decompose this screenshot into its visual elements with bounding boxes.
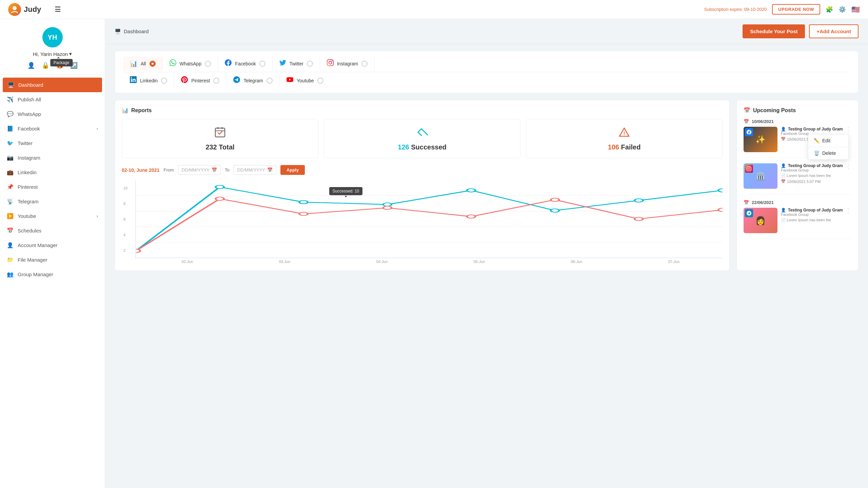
svg-point-0 — [13, 6, 17, 10]
sidebar-item-facebook[interactable]: 📘 Facebook › — [0, 121, 105, 136]
chart-container — [135, 180, 723, 258]
settings-icon[interactable]: ⚙️ — [839, 6, 846, 13]
dropdown-delete-1[interactable]: 🗑️ Delete — [808, 147, 848, 159]
sidebar-item-dashboard[interactable]: 🖥️ Dashboard — [3, 78, 102, 92]
post-text-icon-3: 📄 — [781, 218, 786, 222]
post-group-2: Facebook Group — [781, 168, 851, 172]
sidebar-item-pinterest[interactable]: 📌 Pinterest — [0, 180, 105, 194]
filter-linkedin[interactable]: Linkedin — [123, 74, 174, 87]
stat-success-value: 126 Successed — [331, 143, 513, 151]
filter-twitter-radio[interactable] — [307, 61, 313, 67]
svg-point-15 — [136, 249, 140, 252]
edit-icon: ✏️ — [814, 138, 820, 143]
post-group-3: Facebook Group — [781, 212, 851, 217]
sidebar-item-youtube[interactable]: ▶️ Youtube › — [0, 209, 105, 223]
post-menu-button-2[interactable]: ⋮ — [845, 163, 851, 169]
top-navigation: Judy ☰ Subscription expire: 09-10-2020 U… — [0, 0, 868, 19]
post-menu-button-3[interactable]: ⋮ — [845, 208, 851, 214]
package-tooltip: Package — [50, 59, 73, 66]
x-label-02jun: 02-Jun — [182, 260, 193, 264]
post-author-3: 👤 Testing Group of Judy Gram — [781, 208, 851, 212]
filter-youtube-label: Youtube — [297, 78, 314, 83]
svg-point-11 — [467, 189, 475, 192]
hamburger-menu[interactable]: ☰ — [55, 5, 61, 14]
sidebar-item-whatsapp[interactable]: 💬 WhatsApp — [0, 107, 105, 121]
x-label-07jun: 07-Jun — [668, 260, 680, 264]
filter-instagram-icon — [327, 59, 334, 68]
date-to-input[interactable]: DD/MM/YYYY 📅 — [234, 165, 276, 175]
pinterest-icon: 📌 — [7, 184, 14, 190]
sidebar-label-group-manager: Group Manager — [18, 271, 53, 277]
reports-title: 📊 Reports — [122, 107, 723, 114]
filter-twitter[interactable]: Twitter — [273, 57, 320, 70]
reports-panel: 📊 Reports 232 Total — [115, 100, 730, 271]
sidebar-label-account-manager: Account Manager — [18, 242, 58, 248]
svg-text:!: ! — [624, 130, 625, 136]
svg-point-22 — [718, 208, 723, 211]
flag-icon[interactable]: 🇺🇸 — [851, 5, 860, 14]
filter-youtube-radio[interactable] — [317, 78, 323, 84]
filter-linkedin-radio[interactable] — [161, 78, 167, 84]
filter-telegram[interactable]: Telegram — [226, 74, 280, 87]
content-header: 🖥️ Dashboard Schedule Your Post +Add Acc… — [105, 19, 868, 44]
post-thumbnail-1: ✨ — [744, 127, 777, 152]
post-avatar-icon-2: 👤 — [781, 163, 786, 168]
filter-whatsapp[interactable]: WhatsApp — [163, 57, 218, 70]
filter-all-radio[interactable] — [150, 61, 156, 67]
puzzle-icon[interactable]: 🧩 — [826, 6, 833, 13]
post-text-3: 📄 Lorem Ipsum has been the — [781, 218, 851, 222]
post-author-2: 👤 Testing Group of Judy Gram — [781, 163, 851, 168]
filter-whatsapp-radio[interactable] — [205, 61, 211, 67]
post-text-2: 📄 Lorem Ipsum has been the — [781, 174, 851, 178]
sidebar-profile: YH Hi, Yarin Hazon ▾ 👤 🔒 🎁 ↗️ Package — [0, 19, 105, 75]
svg-point-21 — [635, 217, 643, 221]
sidebar-label-facebook: Facebook — [18, 126, 40, 131]
date-group-cal-icon: 📅 — [744, 119, 749, 124]
sidebar-item-instagram[interactable]: 📷 Instagram — [0, 150, 105, 165]
chart-wrapper: Successed: 10 — [135, 180, 723, 264]
sidebar-item-group-manager[interactable]: 👥 Group Manager — [0, 267, 105, 282]
delete-icon: 🗑️ — [814, 150, 820, 156]
filter-telegram-radio[interactable] — [267, 78, 273, 84]
post-thumbnail-2: 🏛️ — [744, 163, 777, 189]
filter-instagram[interactable]: Instagram — [320, 57, 375, 70]
sidebar-label-pinterest: Pinterest — [18, 184, 38, 190]
date-range-bar: 02-10, June 2021 From DD/MM/YYYY 📅 To DD… — [122, 165, 723, 175]
filter-pinterest[interactable]: Pinterest — [174, 74, 226, 87]
filter-facebook-label: Facebook — [235, 61, 256, 66]
schedule-post-button[interactable]: Schedule Your Post — [743, 24, 805, 38]
filter-youtube[interactable]: Youtube — [280, 74, 330, 87]
content-area: 🖥️ Dashboard Schedule Your Post +Add Acc… — [105, 19, 868, 488]
svg-point-9 — [299, 200, 308, 204]
post-info-3: 👤 Testing Group of Judy Gram Facebook Gr… — [781, 208, 851, 233]
filter-instagram-radio[interactable] — [361, 61, 368, 67]
post-time-2: 📅 10/06/2021 5:07 PM — [781, 179, 851, 184]
profile-user-icon[interactable]: 👤 — [27, 62, 35, 69]
upcoming-post-3: 👩 👤 Testing Group of Judy Gram Facebook … — [744, 208, 851, 239]
filter-facebook-radio[interactable] — [259, 61, 265, 67]
sidebar-item-file-manager[interactable]: 📁 File Manager — [0, 252, 105, 267]
instagram-icon: 📷 — [7, 155, 14, 161]
sidebar-item-linkedin[interactable]: 💼 Linkedin — [0, 165, 105, 180]
profile-name[interactable]: Hi, Yarin Hazon ▾ — [33, 51, 72, 57]
sidebar-item-publish-all[interactable]: ✈️ Publish All — [0, 92, 105, 107]
add-account-button[interactable]: +Add Account — [809, 24, 859, 38]
post-menu-button-1[interactable]: ⋮ — [845, 127, 851, 133]
date-from-input[interactable]: DD/MM/YYYY 📅 — [178, 165, 221, 175]
profile-lock-icon[interactable]: 🔒 — [42, 62, 49, 69]
sidebar-item-twitter[interactable]: 🐦 Twitter — [0, 136, 105, 150]
post-text-icon: 📄 — [781, 174, 786, 178]
filter-instagram-label: Instagram — [337, 61, 358, 66]
apply-button[interactable]: Apply — [280, 165, 305, 175]
sidebar-item-account-manager[interactable]: 👤 Account Manager — [0, 238, 105, 252]
filter-all[interactable]: 📊 All — [123, 57, 163, 70]
youtube-chevron-icon: › — [97, 214, 98, 219]
stat-total-icon — [129, 126, 311, 141]
dropdown-edit-1[interactable]: ✏️ Edit — [808, 135, 848, 147]
filter-facebook[interactable]: Facebook — [218, 57, 272, 70]
upgrade-button[interactable]: UPGRADE NOW — [772, 4, 820, 15]
breadcrumb-label: Dashboard — [124, 28, 149, 34]
filter-pinterest-radio[interactable] — [213, 78, 219, 84]
sidebar-item-schedules[interactable]: 📅 Schedules — [0, 223, 105, 238]
sidebar-item-telegram[interactable]: 📡 Telegram — [0, 194, 105, 209]
